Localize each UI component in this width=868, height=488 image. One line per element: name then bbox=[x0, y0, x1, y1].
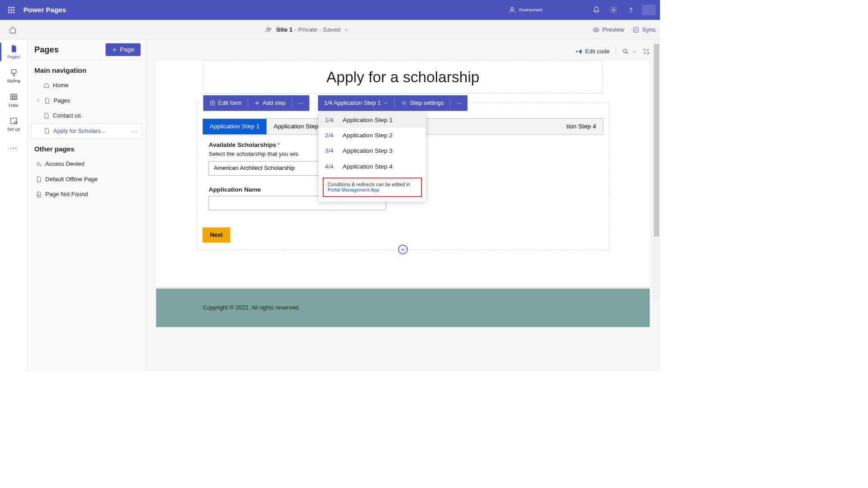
popup-note: Conditions & redirects can be edited in … bbox=[323, 178, 422, 197]
multistep-form: Edit form Add step ··· 1/4 Application S… bbox=[197, 103, 609, 250]
chevron-down-icon[interactable] bbox=[632, 49, 637, 54]
chevron-right-icon bbox=[36, 98, 41, 103]
page-icon bbox=[43, 113, 50, 119]
user-avatar[interactable] bbox=[642, 5, 656, 15]
rail-styling[interactable]: Styling bbox=[0, 64, 27, 88]
zoom-icon[interactable] bbox=[622, 48, 629, 55]
portal-management-link[interactable]: Portal Management App bbox=[328, 187, 379, 192]
page-icon bbox=[44, 128, 50, 134]
scrollbar-thumb[interactable] bbox=[654, 44, 659, 236]
step-option-3[interactable]: 3/4Application Step 3 bbox=[319, 143, 426, 159]
svg-point-9 bbox=[14, 122, 17, 124]
rail-pages[interactable]: Pages bbox=[0, 40, 27, 64]
ellipsis-icon: ··· bbox=[298, 100, 303, 107]
nav-item-offline[interactable]: Default Offline Page bbox=[31, 172, 142, 187]
nav-item-contact[interactable]: Contact us bbox=[31, 108, 142, 123]
eye-icon bbox=[593, 26, 599, 33]
setup-icon bbox=[9, 117, 18, 125]
scrollbar[interactable] bbox=[653, 40, 660, 301]
home-icon bbox=[43, 82, 50, 89]
svg-point-0 bbox=[511, 7, 514, 10]
add-section-button[interactable]: + bbox=[398, 244, 408, 254]
gear-icon bbox=[610, 6, 618, 14]
nav-item-access-denied[interactable]: Access Denied bbox=[31, 157, 142, 172]
page-title-slot[interactable]: Apply for a scholarship bbox=[203, 61, 603, 94]
site-name: Site 1 bbox=[276, 26, 293, 33]
page-title: Apply for a scholarship bbox=[208, 68, 599, 85]
sync-button[interactable]: Sync bbox=[632, 26, 656, 33]
design-canvas: Edit code Apply for a scholarship Edit f… bbox=[146, 40, 660, 371]
command-bar: Site 1 - Private - Saved Preview Sync bbox=[0, 20, 660, 40]
chevron-down-icon bbox=[344, 27, 349, 32]
site-status[interactable]: Site 1 - Private - Saved bbox=[21, 26, 593, 33]
add-step-button[interactable]: Add step bbox=[248, 95, 292, 111]
notifications-button[interactable] bbox=[588, 0, 605, 20]
pages-panel-title: Pages bbox=[34, 45, 59, 54]
section-other-pages: Other pages bbox=[28, 138, 146, 156]
svg-rect-7 bbox=[10, 94, 17, 99]
table-icon bbox=[9, 93, 18, 101]
nav-item-notfound[interactable]: Page Not Found bbox=[31, 187, 142, 202]
tab-step-1[interactable]: Application Step 1 bbox=[203, 119, 267, 134]
edit-form-button[interactable]: Edit form bbox=[203, 95, 248, 111]
page-footer: Copyright © 2022. All rights reserved. bbox=[156, 287, 650, 327]
tab-step-2[interactable]: Application Step bbox=[267, 119, 326, 134]
form-more-button[interactable]: ··· bbox=[292, 95, 309, 111]
section-main-nav: Main navigation bbox=[28, 60, 146, 78]
step-selector-button[interactable]: 1/4 Application Step 1 bbox=[318, 95, 394, 111]
settings-button[interactable] bbox=[605, 0, 622, 20]
step-more-button[interactable]: ··· bbox=[450, 95, 467, 111]
field-label-scholarships: Available Scholarships bbox=[209, 141, 276, 148]
page-x-icon bbox=[36, 192, 42, 198]
gear-icon bbox=[401, 100, 407, 106]
add-page-button[interactable]: Page bbox=[105, 43, 141, 56]
nav-item-home[interactable]: Home bbox=[31, 78, 142, 93]
divider bbox=[616, 47, 616, 56]
svg-point-1 bbox=[613, 9, 614, 11]
preview-button[interactable]: Preview bbox=[593, 26, 624, 33]
step-option-2[interactable]: 2/4Application Step 2 bbox=[319, 128, 426, 143]
environment-picker[interactable]: Environment bbox=[508, 6, 578, 14]
expand-icon[interactable] bbox=[643, 48, 650, 55]
chevron-down-icon bbox=[383, 101, 388, 106]
page-icon bbox=[36, 176, 42, 183]
pages-panel: Pages Page Main navigation Home Pages Co… bbox=[28, 40, 146, 371]
home-icon bbox=[9, 26, 17, 33]
step-option-4[interactable]: 4/4Application Step 4 bbox=[319, 159, 426, 174]
rail-data[interactable]: Data bbox=[0, 88, 27, 112]
next-button[interactable]: Next bbox=[203, 227, 230, 242]
environment-label: Environment bbox=[519, 8, 577, 13]
step-option-1[interactable]: 1/4Application Step 1 bbox=[319, 113, 426, 128]
nav-item-pages[interactable]: Pages bbox=[31, 93, 142, 108]
form-toolbar-right: 1/4 Application Step 1 Step settings ··· bbox=[318, 95, 467, 111]
ellipsis-icon: ··· bbox=[457, 100, 462, 107]
step-settings-button[interactable]: Step settings bbox=[395, 95, 450, 111]
person-icon bbox=[36, 161, 42, 168]
page-icon bbox=[9, 44, 18, 52]
svg-rect-13 bbox=[210, 101, 214, 105]
home-button[interactable] bbox=[4, 26, 21, 33]
svg-point-5 bbox=[595, 29, 597, 31]
environment-icon bbox=[508, 6, 516, 14]
item-more-button[interactable]: ··· bbox=[131, 127, 138, 134]
edit-code-button[interactable]: Edit code bbox=[576, 48, 609, 55]
help-icon bbox=[627, 6, 635, 14]
rail-setup[interactable]: Set up bbox=[0, 112, 27, 136]
svg-rect-8 bbox=[10, 118, 17, 123]
people-icon bbox=[265, 26, 273, 33]
rail-more[interactable]: ··· bbox=[0, 136, 27, 160]
brush-icon bbox=[9, 69, 18, 77]
help-button[interactable] bbox=[622, 0, 639, 20]
app-name: Power Pages bbox=[24, 6, 66, 14]
page-icon bbox=[44, 98, 50, 104]
svg-point-14 bbox=[403, 102, 405, 103]
required-indicator: * bbox=[278, 142, 280, 148]
vscode-icon bbox=[576, 48, 582, 55]
site-state: - Private - Saved bbox=[292, 26, 340, 33]
svg-point-11 bbox=[39, 164, 41, 166]
app-launcher-button[interactable] bbox=[4, 3, 19, 17]
sync-icon bbox=[632, 26, 639, 33]
global-header: Power Pages Environment bbox=[0, 0, 660, 20]
svg-point-12 bbox=[623, 49, 627, 53]
nav-item-apply-scholarship[interactable]: Apply for Scholars... ··· bbox=[31, 123, 142, 138]
